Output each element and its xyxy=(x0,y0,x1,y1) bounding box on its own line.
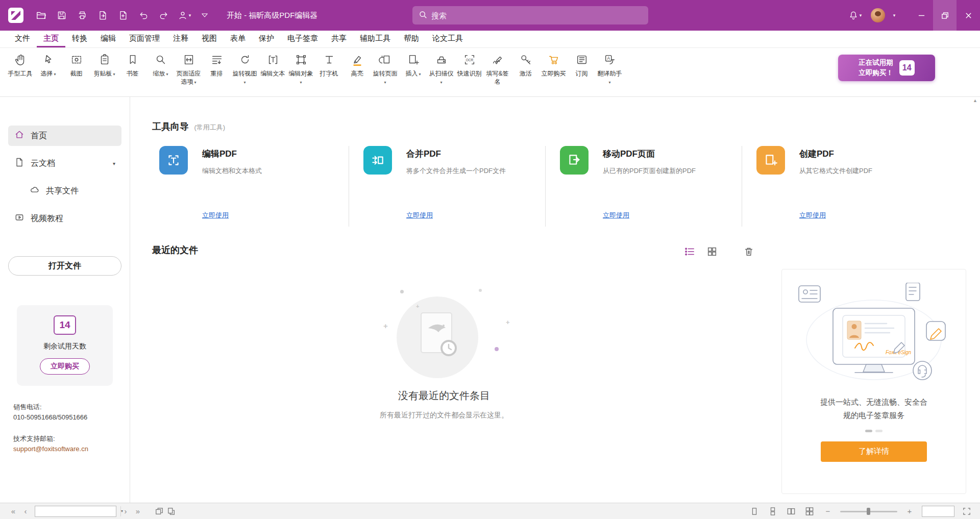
previous-page-icon[interactable] xyxy=(19,505,32,517)
first-page-icon[interactable] xyxy=(7,505,19,517)
sidebar-item-cloud-docs[interactable]: 云文档 xyxy=(8,153,121,174)
ribbon-tool-insert-pages[interactable]: 插入 xyxy=(399,52,427,78)
zoom-value-input[interactable] xyxy=(922,506,954,516)
scrollbar-up-icon[interactable] xyxy=(973,98,977,103)
page-number-box xyxy=(35,506,116,517)
list-view-icon[interactable] xyxy=(684,246,695,257)
ribbon-tool-select[interactable]: 选择 xyxy=(34,52,62,78)
ribbon-tool-ocr[interactable]: OCR 快速识别 xyxy=(455,52,483,78)
zoom-in-icon[interactable] xyxy=(903,505,916,517)
notifications-bell-icon[interactable] xyxy=(846,7,864,24)
ribbon-tool-fill-sign[interactable]: 填写&签名 xyxy=(483,52,511,86)
grid-view-icon[interactable] xyxy=(706,246,718,257)
menu-home[interactable]: 主页 xyxy=(37,31,65,47)
ribbon-tool-clipboard[interactable]: 剪贴板 xyxy=(90,52,118,78)
copy-view-icon[interactable] xyxy=(165,505,178,517)
close-button[interactable] xyxy=(957,0,980,31)
carousel-dot-active[interactable] xyxy=(865,430,872,432)
trial-buy-banner[interactable]: 正在试用期 立即购买！ 14 xyxy=(838,55,935,81)
open-file-icon[interactable] xyxy=(33,7,50,24)
fill-sign-icon xyxy=(491,52,504,67)
sidebar-item-home[interactable]: 首页 xyxy=(8,126,121,146)
page-number-input[interactable] xyxy=(35,506,120,516)
minimize-button[interactable] xyxy=(910,0,933,31)
facing-view-icon[interactable] xyxy=(785,505,797,517)
card-edit-pdf: 编辑PDF 编辑文档和文本格式 立即使用 xyxy=(152,146,349,227)
use-now-link[interactable]: 立即使用 xyxy=(799,211,826,220)
ribbon-tool-bookmark[interactable]: 书签 xyxy=(118,52,146,78)
menu-protect[interactable]: 保护 xyxy=(252,31,281,47)
zoom-out-icon[interactable] xyxy=(822,505,834,517)
continuous-view-icon[interactable] xyxy=(767,505,779,517)
search-box[interactable] xyxy=(412,6,648,24)
empty-state-illustration xyxy=(397,296,478,378)
search-input[interactable] xyxy=(431,11,642,20)
collapse-ribbon-icon[interactable] xyxy=(196,7,213,24)
menu-paper-tools[interactable]: 论文工具 xyxy=(426,31,470,47)
create-pdf-icon xyxy=(756,146,785,175)
sidebar-item-shared-files[interactable]: 共享文件 xyxy=(8,181,121,201)
restore-window-button[interactable] xyxy=(933,0,957,31)
clear-recent-trash-icon[interactable] xyxy=(743,246,754,257)
ribbon-tool-edit-text[interactable]: 编辑文本 xyxy=(259,52,287,78)
next-page-icon[interactable] xyxy=(119,505,132,517)
single-page-view-icon[interactable] xyxy=(748,505,761,517)
ribbon-tool-subscribe[interactable]: 订阅 xyxy=(568,52,596,78)
continuous-facing-view-icon[interactable] xyxy=(803,505,816,517)
menu-page-management[interactable]: 页面管理 xyxy=(122,31,166,47)
ribbon-tool-zoom[interactable]: 缩放 xyxy=(146,52,175,78)
view-zoom-controls xyxy=(748,505,973,517)
fit-screen-icon[interactable] xyxy=(961,505,973,517)
ribbon-tool-rotate-view[interactable]: 旋转视图 xyxy=(231,52,259,86)
menu-accessibility[interactable]: 辅助工具 xyxy=(353,31,397,47)
menu-share[interactable]: 共享 xyxy=(325,31,353,47)
zoom-slider[interactable] xyxy=(840,507,897,515)
last-page-icon[interactable] xyxy=(132,505,144,517)
snapshot-view-icon[interactable] xyxy=(153,505,165,517)
search-icon xyxy=(419,10,427,21)
ribbon-tool-fit-page[interactable]: 页面适应选项 xyxy=(175,52,203,86)
ribbon-tool-translate[interactable]: A 翻译助手 xyxy=(596,52,624,86)
use-now-link[interactable]: 立即使用 xyxy=(406,211,433,220)
sidebar: 首页 云文档 共享文件 视频教程 打开文件 14 剩余试用天数 立即购买 xyxy=(0,97,130,503)
menu-edit[interactable]: 编辑 xyxy=(94,31,122,47)
menu-esign[interactable]: 电子签章 xyxy=(281,31,325,47)
ribbon-tool-snapshot[interactable]: 截图 xyxy=(62,52,90,78)
open-file-button[interactable]: 打开文件 xyxy=(8,256,121,276)
chevron-down-icon[interactable] xyxy=(113,161,115,166)
user-avatar[interactable] xyxy=(871,8,885,22)
ribbon-tool-from-scanner[interactable]: 从扫描仪 xyxy=(427,52,455,86)
export-pdf-icon[interactable] xyxy=(94,7,111,24)
carousel-dot[interactable] xyxy=(875,430,883,432)
save-icon[interactable] xyxy=(53,7,70,24)
sidebar-item-label: 共享文件 xyxy=(46,186,79,196)
print-icon[interactable] xyxy=(74,7,91,24)
undo-icon[interactable] xyxy=(135,7,152,24)
ribbon-tool-typewriter[interactable]: 打字机 xyxy=(315,52,343,78)
create-pdf-icon[interactable] xyxy=(114,7,132,24)
svg-text:OCR: OCR xyxy=(465,58,473,62)
account-dropdown-caret-icon[interactable] xyxy=(885,7,902,24)
menu-comment[interactable]: 注释 xyxy=(166,31,195,47)
ribbon-tool-highlight[interactable]: 高亮 xyxy=(343,52,371,78)
menu-form[interactable]: 表单 xyxy=(224,31,252,47)
menu-help[interactable]: 帮助 xyxy=(397,31,426,47)
support-email-link[interactable]: support@foxitsoftware.cn xyxy=(13,444,130,454)
ribbon-tool-edit-object[interactable]: 编辑对象 xyxy=(287,52,315,86)
ribbon-tool-rotate-pages[interactable]: 旋转页面 xyxy=(371,52,399,86)
ribbon-tool-reflow[interactable]: 重排 xyxy=(203,52,231,78)
redo-icon[interactable] xyxy=(155,7,173,24)
menu-file[interactable]: 文件 xyxy=(8,31,37,47)
menu-convert[interactable]: 转换 xyxy=(65,31,94,47)
use-now-link[interactable]: 立即使用 xyxy=(603,211,629,220)
zoom-slider-thumb[interactable] xyxy=(867,508,870,515)
ribbon-tool-hand[interactable]: 手型工具 xyxy=(6,52,34,78)
buy-now-button[interactable]: 立即购买 xyxy=(40,358,90,375)
share-account-icon[interactable] xyxy=(176,7,193,24)
sidebar-item-video-tutorials[interactable]: 视频教程 xyxy=(8,208,121,229)
ribbon-tool-activate[interactable]: 激活 xyxy=(511,52,540,78)
use-now-link[interactable]: 立即使用 xyxy=(202,211,229,220)
ribbon-tool-buy-now[interactable]: 立即购买 xyxy=(540,52,568,78)
learn-more-button[interactable]: 了解详情 xyxy=(821,441,927,462)
menu-view[interactable]: 视图 xyxy=(195,31,224,47)
